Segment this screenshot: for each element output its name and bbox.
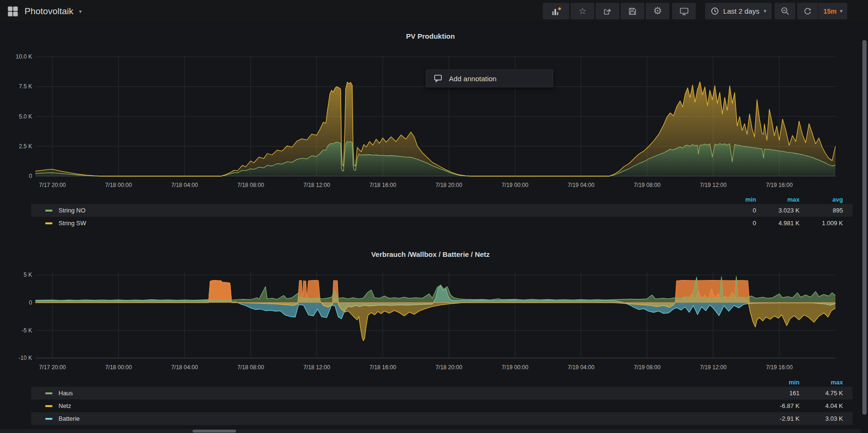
star-icon: ☆ [579,7,587,16]
series-label[interactable]: Batterie [59,415,756,422]
refresh-button[interactable] [797,3,818,19]
legend-value-avg: 1.009 K [800,220,843,227]
legend-value-min: 0 [713,207,756,214]
legend-value-max: 3.03 K [800,415,843,422]
x-tick-label: 7/19 08:00 [634,182,661,188]
legend-value-min: -2.91 K [756,415,800,422]
series-string-no-area[interactable] [35,142,835,176]
time-range-label: Last 2 days [723,7,759,15]
vertical-scrollbar-thumb[interactable] [862,40,867,415]
chevron-down-icon: ▾ [79,8,82,15]
legend-column-max[interactable]: max [800,379,843,386]
x-tick-label: 7/19 08:00 [634,364,661,371]
x-tick-label: 7/18 16:00 [370,364,396,371]
legend-value-max: 4.04 K [800,402,843,409]
legend-row-batterie: Batterie-2.91 K3.03 K [31,412,852,425]
y-tick-label: 5.0 K [19,113,32,120]
y-tick-label: 0 [29,173,32,179]
verbrauch-chart[interactable]: 5 K0-5 K-10 K7/17 20:007/18 00:007/18 04… [0,267,868,373]
pv-produktion-chart[interactable]: 10.0 K7.5 K5.0 K2.5 K07/17 20:007/18 00:… [0,47,868,189]
dashboard-switcher[interactable]: Photovoltaik ▾ [7,0,82,23]
x-tick-label: 7/18 12:00 [303,364,330,371]
legend-column-avg[interactable]: avg [800,196,843,203]
mark-favorite-button[interactable]: ☆ [571,3,594,19]
time-range-picker[interactable]: Last 2 days ▾ [705,3,772,19]
refresh-interval-picker[interactable]: 15m ▾ [818,3,847,19]
save-dashboard-button[interactable] [621,3,644,19]
legend-value-avg: 895 [800,207,843,214]
apps-grid-icon [7,5,19,17]
y-tick-label: 5 K [24,272,32,278]
legend-column-max[interactable]: max [756,196,800,203]
refresh-picker: 15m ▾ [797,3,847,19]
clock-icon [711,7,719,15]
zoom-out-time-button[interactable] [775,3,795,19]
panel-title-verbrauch[interactable]: Verbrauch /Wallbox / Batterie / Netz [0,250,861,258]
x-tick-label: 7/19 00:00 [502,182,529,188]
series-swatch[interactable] [45,210,52,212]
series-label[interactable]: Netz [59,402,756,409]
verbrauch-legend: minmaxHaus1614.75 KNetz-6.87 K4.04 KBatt… [31,378,852,425]
x-tick-label: 7/19 04:00 [568,182,595,188]
legend-header: minmaxavg [31,195,852,204]
legend-column-min[interactable]: min [713,196,756,203]
dashboard-toolbar: ☆ ⚙ [543,3,847,19]
cycle-view-mode-button[interactable] [672,3,696,19]
monitor-icon [679,7,689,16]
x-tick-label: 7/17 20:00 [39,182,66,188]
legend-row-string-sw: String SW04.981 K1.009 K [31,217,852,229]
x-tick-label: 7/18 20:00 [436,364,463,371]
save-icon [628,7,637,16]
legend-value-min: -6.87 K [756,402,800,409]
dashboard-settings-button[interactable]: ⚙ [646,3,669,19]
x-tick-label: 7/19 12:00 [700,182,727,188]
comment-icon [433,74,443,83]
dashboard-title: Photovoltaik [25,6,74,17]
legend-value-min: 161 [756,390,800,397]
series-label[interactable]: String NO [59,207,713,214]
grafana-dashboard: Photovoltaik ▾ ☆ [0,0,868,433]
horizontal-scrollbar-track[interactable] [0,429,861,433]
refresh-interval-label: 15m [823,8,836,15]
share-dashboard-button[interactable] [596,3,619,19]
y-tick-label: 10.0 K [16,53,32,60]
x-tick-label: 7/19 04:00 [568,364,595,371]
series-label[interactable]: Haus [59,390,756,397]
x-tick-label: 7/18 16:00 [370,182,396,188]
top-navbar: Photovoltaik ▾ ☆ [0,0,868,23]
add-panel-icon [551,7,561,16]
series-swatch[interactable] [45,222,52,224]
horizontal-scrollbar-thumb[interactable] [193,430,236,433]
series-swatch[interactable] [45,405,52,407]
x-tick-label: 7/19 00:00 [502,364,529,371]
add-annotation-label: Add annotation [449,75,497,83]
chevron-down-icon: ▾ [840,8,843,14]
x-tick-label: 7/19 16:00 [766,182,793,188]
legend-column-min[interactable]: min [756,379,800,386]
y-tick-label: -5 K [22,327,32,334]
share-icon [603,7,612,16]
add-annotation-menu-item[interactable]: Add annotation [426,69,553,87]
add-panel-button[interactable] [543,3,569,19]
gear-icon: ⚙ [653,6,662,16]
x-tick-label: 7/18 20:00 [436,182,463,188]
series-label[interactable]: String SW [59,220,713,227]
legend-row-string-no: String NO03.023 K895 [31,204,852,217]
x-tick-label: 7/18 04:00 [171,182,198,188]
magnifier-minus-icon [781,7,790,16]
panel-title-pv-produktion[interactable]: PV Produktion [0,32,861,40]
x-tick-label: 7/19 16:00 [766,364,793,371]
x-tick-label: 7/18 08:00 [237,182,264,188]
legend-value-max: 4.75 K [800,390,843,397]
series-swatch[interactable] [45,418,52,420]
x-tick-label: 7/18 12:00 [303,182,330,188]
legend-value-max: 3.023 K [756,207,800,214]
legend-row-netz: Netz-6.87 K4.04 K [31,399,852,412]
x-tick-label: 7/17 20:00 [39,364,66,371]
series-swatch[interactable] [45,392,52,394]
x-tick-label: 7/18 00:00 [105,182,132,188]
chevron-down-icon: ▾ [764,8,767,14]
legend-row-haus: Haus1614.75 K [31,387,852,399]
x-tick-label: 7/18 08:00 [237,364,264,371]
y-tick-label: -10 K [18,355,32,361]
